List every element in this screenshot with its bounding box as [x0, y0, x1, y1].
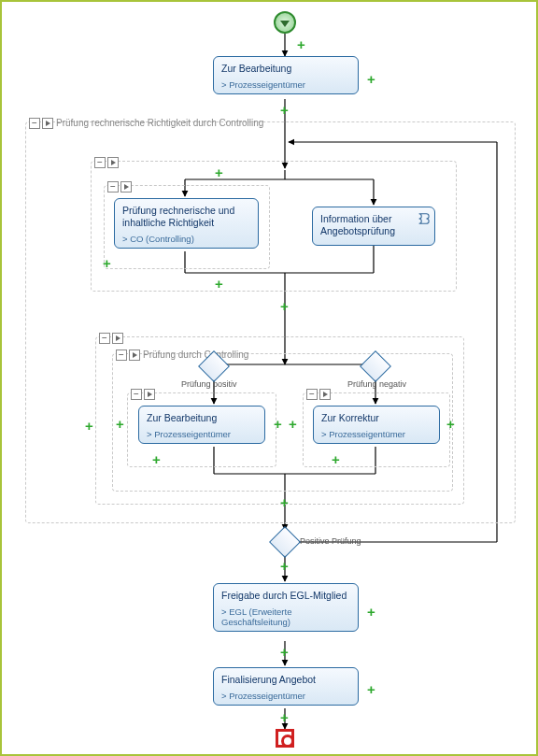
- task-finalisierung-angebot[interactable]: Finalisierung Angebot > Prozesseigentüme…: [213, 667, 359, 706]
- task-role: > Prozesseigentümer: [321, 429, 432, 439]
- collapse-button[interactable]: −: [107, 181, 119, 193]
- task-pruefung-rechnerische[interactable]: Prüfung rechnerische und inhaltliche Ric…: [114, 198, 259, 249]
- add-button[interactable]: +: [280, 645, 289, 659]
- add-button[interactable]: +: [103, 256, 111, 270]
- collapse-button[interactable]: −: [306, 389, 318, 400]
- task-role: > EGL (Erweiterte Geschäftsleitung): [221, 606, 350, 627]
- task-zur-bearbeitung-2[interactable]: Zur Bearbeitung > Prozesseigentümer: [138, 406, 265, 444]
- task-title: Zur Korrektur: [321, 412, 432, 424]
- add-button[interactable]: +: [332, 452, 340, 466]
- task-title: Freigabe durch EGL-Mitglied: [221, 590, 350, 602]
- add-button[interactable]: +: [446, 417, 455, 431]
- add-button[interactable]: +: [280, 710, 289, 724]
- gateway-merge[interactable]: [269, 526, 301, 558]
- task-title: Information über Angebotsprüfung: [320, 213, 427, 237]
- task-zur-bearbeitung[interactable]: Zur Bearbeitung > Prozesseigentümer: [213, 56, 359, 94]
- task-role: > Prozesseigentümer: [221, 691, 350, 701]
- play-button[interactable]: [42, 118, 53, 129]
- task-zur-korrektur[interactable]: Zur Korrektur > Prozesseigentümer: [313, 406, 440, 444]
- add-button[interactable]: +: [280, 299, 289, 313]
- add-button[interactable]: +: [152, 452, 161, 466]
- play-button[interactable]: [319, 389, 331, 400]
- flow-label-positive-prufung: Positive Prüfung: [300, 536, 361, 546]
- flow-label-prufung-negativ: Prüfung negativ: [347, 379, 406, 389]
- end-event[interactable]: [276, 729, 294, 748]
- play-button[interactable]: [144, 389, 155, 400]
- add-button[interactable]: +: [274, 417, 282, 431]
- add-button[interactable]: +: [280, 103, 289, 117]
- group-branch-label: Prüfung durch Controlling: [143, 349, 248, 360]
- collapse-button[interactable]: −: [29, 118, 40, 129]
- task-role: > Prozesseigentümer: [147, 429, 257, 439]
- play-button[interactable]: [112, 333, 123, 344]
- collapse-button[interactable]: −: [99, 333, 110, 344]
- collapse-button[interactable]: −: [116, 349, 127, 361]
- add-button[interactable]: +: [367, 72, 375, 86]
- add-button[interactable]: +: [215, 165, 223, 179]
- add-button[interactable]: +: [289, 417, 297, 431]
- task-role: > Prozesseigentümer: [221, 79, 350, 90]
- play-button[interactable]: [120, 181, 132, 193]
- task-role: > CO (Controlling): [122, 234, 250, 244]
- task-information-angebotspruefung[interactable]: Information über Angebotsprüfung: [312, 207, 435, 246]
- script-icon: [417, 212, 430, 225]
- start-event[interactable]: [274, 11, 296, 34]
- process-canvas: + Zur Bearbeitung > Prozesseigentümer + …: [0, 0, 538, 756]
- add-button[interactable]: +: [367, 682, 375, 696]
- flow-label-prufung-positiv: Prüfung positiv: [181, 379, 237, 389]
- task-freigabe-egl[interactable]: Freigabe durch EGL-Mitglied > EGL (Erwei…: [213, 583, 359, 632]
- play-button[interactable]: [107, 157, 119, 168]
- add-button[interactable]: +: [280, 495, 289, 509]
- add-button[interactable]: +: [116, 417, 124, 431]
- add-button[interactable]: +: [280, 559, 289, 573]
- group-outer-label: Prüfung rechnerische Richtigkeit durch C…: [56, 118, 263, 128]
- play-button[interactable]: [129, 349, 140, 361]
- task-title: Zur Bearbeitung: [147, 412, 257, 424]
- collapse-button[interactable]: −: [94, 157, 106, 168]
- task-title: Prüfung rechnerische und inhaltliche Ric…: [122, 205, 250, 229]
- add-button[interactable]: +: [297, 37, 305, 51]
- add-button[interactable]: +: [367, 605, 375, 619]
- add-button[interactable]: +: [85, 419, 93, 433]
- add-button[interactable]: +: [215, 277, 223, 291]
- collapse-button[interactable]: −: [131, 389, 142, 400]
- task-title: Zur Bearbeitung: [221, 63, 350, 75]
- task-title: Finalisierung Angebot: [221, 674, 350, 686]
